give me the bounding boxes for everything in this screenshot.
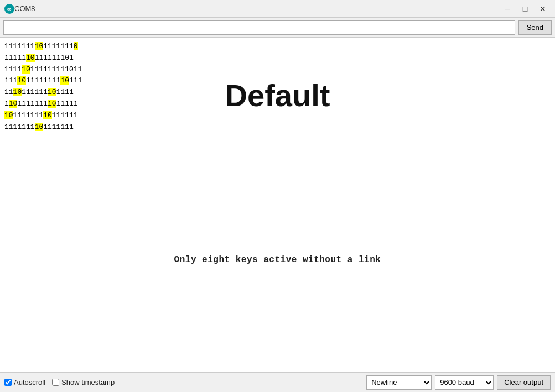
show-timestamp-checkbox[interactable] xyxy=(52,379,59,386)
status-bar-right: Newline No line ending Carriage return B… xyxy=(366,375,551,390)
status-message: Only eight keys active without a link xyxy=(0,253,555,268)
autoscroll-label[interactable]: Autoscroll xyxy=(4,378,45,386)
binary-line: 11111111011111110 xyxy=(4,41,551,53)
window-controls: ─ □ ✕ xyxy=(500,3,551,15)
baud-select[interactable]: 300 baud 1200 baud 2400 baud 4800 baud 9… xyxy=(435,375,494,390)
close-button[interactable]: ✕ xyxy=(535,3,551,15)
binary-line: 111110111111111011 xyxy=(4,64,551,76)
window-title: COM8 xyxy=(14,4,500,13)
binary-line: 111101111111110111 xyxy=(4,75,551,87)
show-timestamp-text: Show timestamp xyxy=(61,378,115,386)
send-input[interactable] xyxy=(3,20,515,35)
title-bar: ∞ COM8 ─ □ ✕ xyxy=(0,0,555,18)
status-bar-left: Autoscroll Show timestamp xyxy=(4,378,360,386)
maximize-button[interactable]: □ xyxy=(517,3,533,15)
newline-select[interactable]: Newline No line ending Carriage return B… xyxy=(366,375,432,390)
binary-line: 1110111111101111 xyxy=(4,87,551,98)
autoscroll-text: Autoscroll xyxy=(14,378,45,386)
binary-line: 1111110111111101 xyxy=(4,53,551,64)
arduino-icon: ∞ xyxy=(4,4,14,14)
output-area: Default Only eight keys active without a… xyxy=(0,38,555,372)
binary-line: 10111111110111111 xyxy=(4,110,551,122)
status-bar: Autoscroll Show timestamp Newline No lin… xyxy=(0,372,555,392)
autoscroll-checkbox[interactable] xyxy=(4,379,12,386)
send-bar: Send xyxy=(0,18,555,38)
binary-lines-container: 1111111101111111011111101111111011111101… xyxy=(4,41,551,133)
binary-line: 1111111101111111 xyxy=(4,122,551,133)
send-button[interactable]: Send xyxy=(518,20,552,35)
clear-output-button[interactable]: Clear output xyxy=(497,375,551,390)
binary-line: 11011111111011111 xyxy=(4,98,551,110)
minimize-button[interactable]: ─ xyxy=(500,3,515,15)
show-timestamp-label[interactable]: Show timestamp xyxy=(52,378,115,386)
